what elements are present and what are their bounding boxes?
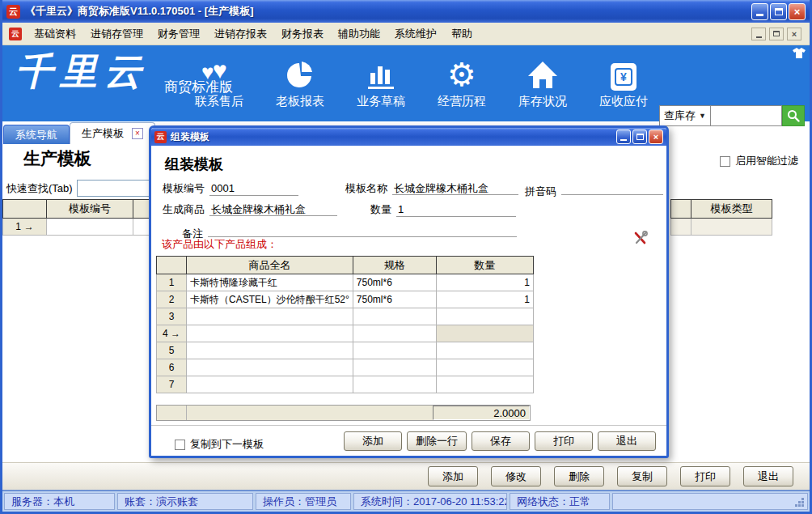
row-number-cell: 1→ [2,219,47,236]
menu-item-inventory-reports[interactable]: 进销存报表 [207,23,274,45]
toolbar-action-boss-reports[interactable]: 老板报表 [260,52,340,118]
table-row[interactable] [670,219,772,236]
menu-item-inventory-mgmt[interactable]: 进销存管理 [83,23,150,45]
table-row[interactable]: 2 卡斯特（CASTEL）沙伦特酿干红52° 750ml*6 1 [157,291,534,308]
product-name-cell[interactable] [187,325,353,342]
menu-item-finance-reports[interactable]: 财务报表 [274,23,331,45]
qty-cell[interactable] [436,342,533,359]
menu-item-finance-mgmt[interactable]: 财务管理 [150,23,207,45]
dialog-maximize-button[interactable] [632,130,647,144]
status-operator: 操作员：管理员 [256,493,351,510]
menu-item-base-data[interactable]: 基础资料 [27,23,83,45]
product-name-cell[interactable]: 卡斯特博隆珍藏干红 [187,274,353,291]
print-button[interactable]: 打印 [680,466,730,486]
table-cell[interactable] [47,219,133,236]
dialog-add-button[interactable]: 添加 [344,431,402,451]
dialog-window-controls: × [616,130,663,144]
table-cell[interactable] [670,219,691,236]
tab-close-button[interactable]: × [132,128,143,139]
table-row[interactable]: 3 [157,308,534,325]
toolbar-action-stock-status[interactable]: 库存状况 [502,52,583,118]
column-header-product-name[interactable]: 商品全名 [187,257,353,274]
window-controls: × [751,3,806,20]
table-row[interactable]: 1→ [2,219,150,236]
product-name-cell[interactable] [187,342,353,359]
product-name-cell[interactable] [187,376,353,393]
dialog-close-button[interactable]: × [649,130,663,144]
search-button[interactable] [782,105,805,126]
tools-icon[interactable] [632,230,649,249]
tab-system-navigation[interactable]: 系统导航 [3,125,70,144]
minimize-button[interactable] [751,3,768,20]
qty-cell[interactable]: 1 [436,291,533,308]
spec-cell[interactable] [353,308,436,325]
menu-item-help[interactable]: 帮助 [444,23,480,45]
table-row-current[interactable]: 4 → [157,325,534,342]
qty-cell-selected[interactable] [436,325,533,342]
copy-button[interactable]: 复制 [617,466,667,486]
spec-cell[interactable]: 750ml*6 [353,291,436,308]
copy-to-next-checkbox[interactable] [175,440,185,450]
qty-cell[interactable]: 1 [436,274,533,291]
product-name-cell[interactable] [187,359,353,376]
modify-button[interactable]: 修改 [491,466,541,486]
qty-cell[interactable] [436,308,533,325]
qty-cell[interactable] [436,376,533,393]
resize-grip[interactable] [801,504,804,507]
spec-cell[interactable] [353,376,436,393]
quick-find-label: 快速查找(Tab) [6,181,73,196]
delete-button[interactable]: 删除 [554,466,604,486]
table-row[interactable]: 5 [157,342,534,359]
menu-item-aux-functions[interactable]: 辅助功能 [331,23,387,45]
menu-item-system-maintenance[interactable]: 系统维护 [387,23,444,45]
product-field[interactable]: 长城金牌橡木桶礼盒 [209,202,337,216]
close-button[interactable]: × [789,3,806,20]
search-category-dropdown[interactable]: 查库存 ▼ [659,105,711,126]
template-no-field[interactable]: 0001 [209,182,298,196]
qty-cell[interactable] [436,359,533,376]
divider [151,425,666,426]
dialog-exit-button[interactable]: 退出 [598,431,656,451]
toolbar-action-business-history[interactable]: ⚙ 经营历程 [421,52,502,118]
column-header-template-no[interactable]: 模板编号 [47,199,133,219]
toolbar-action-receivables-payables[interactable]: ¥ 应收应付 [583,52,664,118]
table-row[interactable]: 7 [157,376,534,393]
column-header-template-type[interactable]: 模板类型 [691,199,772,219]
exit-button[interactable]: 退出 [743,466,793,486]
column-header-qty[interactable]: 数量 [436,257,533,274]
template-name-field[interactable]: 长城金牌橡木桶礼盒 [392,181,518,195]
remark-field[interactable] [208,223,517,237]
pinyin-field[interactable] [561,181,663,195]
title-bar: 云 《千里云》商贸标准版V11.0.170501 - [生产模板] × [2,0,810,23]
table-row[interactable]: 1 卡斯特博隆珍藏干红 750ml*6 1 [157,274,534,291]
product-name-cell[interactable] [187,308,353,325]
maximize-button[interactable] [770,3,787,20]
tab-production-template[interactable]: 生产模板 × [70,122,155,144]
table-cell[interactable] [133,219,150,236]
column-header-spec[interactable]: 规格 [353,257,436,274]
status-bar: 服务器：本机 账套：演示账套 操作员：管理员 系统时间：2017-06-20 1… [2,490,810,512]
toolbar-action-business-drafts[interactable]: 业务草稿 [340,52,421,118]
dialog-delete-row-button[interactable]: 删除一行 [407,431,467,451]
spec-cell[interactable] [353,359,436,376]
mdi-restore-button[interactable] [769,28,784,40]
mdi-close-button[interactable]: × [787,28,801,40]
minimize-icon [620,139,627,141]
dialog-save-button[interactable]: 保存 [472,431,530,451]
spec-cell[interactable] [353,342,436,359]
spec-cell[interactable] [353,325,436,342]
table-row[interactable]: 6 [157,359,534,376]
page-title: 生产模板 [23,147,91,170]
quantity-field[interactable]: 1 [396,203,516,217]
mdi-minimize-button[interactable] [751,28,766,40]
spec-cell[interactable]: 750ml*6 [353,274,436,291]
search-input[interactable] [711,105,782,126]
product-name-cell[interactable]: 卡斯特（CASTEL）沙伦特酿干红52° [187,291,353,308]
row-number-cell: 3 [157,308,187,325]
smart-filter-checkbox[interactable] [720,156,730,167]
add-button[interactable]: 添加 [428,466,478,486]
toolbar-action-contact-support[interactable]: ♥♥ 联系售后 [179,52,260,118]
table-cell[interactable] [691,219,772,236]
dialog-print-button[interactable]: 打印 [535,431,593,451]
dialog-minimize-button[interactable] [616,130,631,144]
